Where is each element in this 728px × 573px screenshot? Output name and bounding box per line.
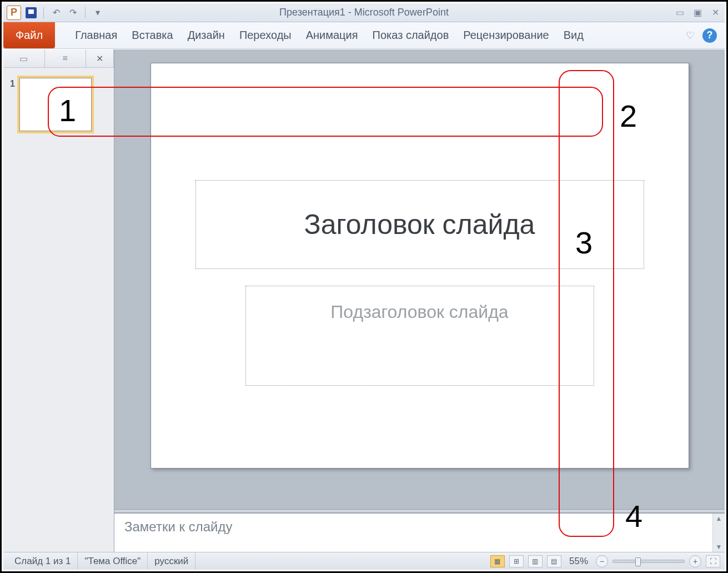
- window-title: Презентация1 - Microsoft PowerPoint: [279, 7, 449, 18]
- qat-customize-button[interactable]: ▾: [91, 6, 104, 19]
- window-controls: ▭ ▣ ✕: [674, 7, 721, 18]
- app-logo-icon: P: [7, 6, 21, 20]
- separator: [43, 7, 44, 18]
- close-pane-button[interactable]: ✕: [86, 49, 114, 67]
- view-normal-button[interactable]: ▦: [490, 555, 505, 567]
- scroll-down-icon[interactable]: ▼: [716, 543, 722, 551]
- undo-button[interactable]: ↶: [49, 6, 63, 19]
- zoom-out-button[interactable]: −: [596, 555, 608, 567]
- zoom-slider[interactable]: [612, 560, 685, 563]
- tab-slideshow[interactable]: Показ слайдов: [373, 29, 449, 42]
- tab-review[interactable]: Рецензирование: [463, 29, 549, 42]
- thumbnail-preview[interactable]: [19, 78, 92, 131]
- notes-splitter[interactable]: [114, 509, 725, 513]
- maximize-button[interactable]: ▣: [691, 7, 704, 18]
- outline-tab[interactable]: ≡: [45, 49, 87, 67]
- tab-home[interactable]: Главная: [75, 29, 117, 42]
- slide-canvas[interactable]: Заголовок слайда Подзаголовок слайда: [150, 63, 689, 469]
- status-theme: "Тема Office": [78, 552, 148, 570]
- thumbnail-index: 1: [10, 78, 15, 89]
- title-bar: P ↶ ↷ ▾ Презентация1 - Microsoft PowerPo…: [3, 3, 725, 22]
- file-tab[interactable]: Файл: [3, 22, 55, 48]
- status-right: ▦ ⊞ ▥ ▤ 55% − + ⛶: [490, 552, 720, 570]
- slide-stage: Заголовок слайда Подзаголовок слайда: [114, 49, 725, 509]
- title-placeholder[interactable]: Заголовок слайда: [195, 180, 644, 269]
- tab-view[interactable]: Вид: [564, 29, 584, 42]
- separator: [85, 7, 86, 18]
- thumbnail-item[interactable]: 1: [10, 78, 107, 131]
- thumbnails-list: 1: [3, 68, 114, 552]
- save-button[interactable]: [24, 6, 38, 19]
- scroll-up-icon[interactable]: ▲: [716, 515, 722, 522]
- fit-to-window-button[interactable]: ⛶: [706, 555, 720, 567]
- minimize-button[interactable]: ▭: [674, 7, 686, 18]
- workspace: ▭ ≡ ✕ 1 Заголовок слайда Подзаголов: [3, 49, 725, 552]
- slides-pane-tabs: ▭ ≡ ✕: [3, 49, 114, 68]
- ribbon: Файл Главная Вставка Дизайн Переходы Ани…: [3, 22, 725, 49]
- view-reading-button[interactable]: ▥: [528, 555, 543, 567]
- notes-placeholder-text: Заметки к слайду: [124, 519, 232, 534]
- status-language[interactable]: русский: [148, 552, 195, 570]
- title-placeholder-text: Заголовок слайда: [304, 208, 535, 241]
- ribbon-minimize-icon[interactable]: ♡: [686, 29, 695, 42]
- tab-insert[interactable]: Вставка: [132, 29, 173, 42]
- tab-animations[interactable]: Анимация: [306, 29, 358, 42]
- close-button[interactable]: ✕: [709, 7, 721, 18]
- notes-pane[interactable]: Заметки к слайду ▲ ▼: [114, 513, 725, 552]
- view-slideshow-button[interactable]: ▤: [547, 555, 561, 567]
- editor-column: Заголовок слайда Подзаголовок слайда Зам…: [114, 49, 725, 552]
- view-sorter-button[interactable]: ⊞: [509, 555, 524, 567]
- zoom-in-button[interactable]: +: [689, 555, 701, 567]
- zoom-level[interactable]: 55%: [566, 556, 591, 567]
- zoom-slider-thumb[interactable]: [635, 557, 641, 566]
- status-slide-info: Слайд 1 из 1: [8, 552, 78, 570]
- slides-pane: ▭ ≡ ✕ 1: [3, 49, 114, 552]
- notes-scrollbar[interactable]: ▲ ▼: [712, 514, 725, 552]
- quick-access-toolbar: ↶ ↷ ▾: [24, 6, 104, 19]
- tab-transitions[interactable]: Переходы: [239, 29, 292, 42]
- subtitle-placeholder-text: Подзаголовок слайда: [330, 302, 508, 322]
- redo-button[interactable]: ↷: [66, 6, 79, 19]
- help-button[interactable]: ?: [702, 28, 717, 43]
- slides-tab[interactable]: ▭: [3, 49, 45, 67]
- subtitle-placeholder[interactable]: Подзаголовок слайда: [245, 286, 594, 386]
- tab-design[interactable]: Дизайн: [188, 29, 225, 42]
- status-bar: Слайд 1 из 1 "Тема Office" русский ▦ ⊞ ▥…: [3, 552, 725, 570]
